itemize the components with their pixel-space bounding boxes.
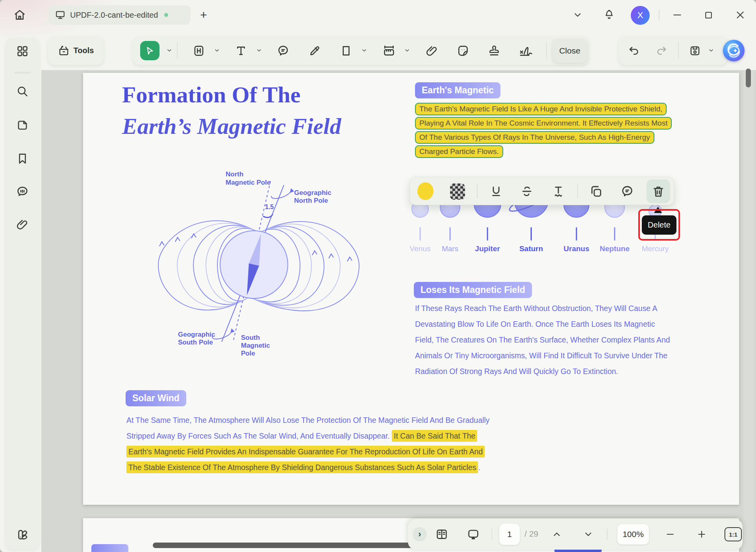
highlighted-text[interactable]: Earth's Magnetic Field Provides An Indis… — [126, 446, 485, 458]
pdf-page-1[interactable]: Formation Of The Earth’s Magnetic Field — [83, 73, 739, 505]
ai-swirl-icon — [723, 40, 745, 61]
rectangle-shape-icon — [340, 44, 352, 57]
attachment-tool-button[interactable] — [424, 43, 440, 59]
measure-tool-button[interactable] — [381, 43, 397, 59]
comment-button[interactable] — [619, 183, 636, 200]
heading-tool-icon — [193, 44, 205, 57]
highlighted-text[interactable]: The Stable Existence Of The Atmosphere B… — [126, 461, 478, 473]
undo-icon — [628, 45, 640, 57]
highlight-color-swatch[interactable] — [417, 182, 434, 200]
zoom-level-input[interactable]: 100% — [617, 524, 649, 545]
previous-page-button[interactable] — [549, 526, 565, 542]
sidebar-item-comments[interactable] — [13, 182, 32, 201]
highlighted-text-line[interactable]: The Earth's Magnetic Field Is Like A Hug… — [415, 103, 667, 115]
sticker-tool-button[interactable] — [455, 43, 471, 59]
presentation-mode-button[interactable] — [465, 526, 481, 542]
geographic-north-pole-label-2: North Pole — [294, 197, 328, 204]
stamp-tool-button[interactable] — [486, 43, 502, 59]
highlighted-annotation-selected[interactable]: The Earth's Magnetic Field Is Like A Hug… — [415, 103, 672, 158]
select-tool-button[interactable] — [140, 41, 159, 60]
context-divider — [477, 185, 478, 198]
heading-tool-button[interactable] — [191, 43, 207, 59]
zoom-out-button[interactable] — [662, 526, 678, 542]
text-tool-button[interactable] — [233, 43, 249, 59]
axis-angle-label: 1.5 — [265, 204, 274, 210]
redo-button[interactable] — [653, 43, 670, 59]
window-menu-button[interactable] — [570, 7, 586, 23]
highlighter-tool-button[interactable] — [307, 43, 323, 59]
tools-panel[interactable]: Tools — [48, 36, 104, 65]
bookmark-icon — [16, 152, 29, 165]
signature-tool-button[interactable] — [516, 43, 538, 59]
delete-annotation-button[interactable] — [647, 180, 670, 203]
document-tab[interactable]: UPDF-2.0-cant-be-edited — [48, 5, 191, 25]
expand-bar-button[interactable]: › — [413, 527, 427, 541]
paragraph-line: Earth's Magnetic Field Provides An Indis… — [126, 444, 638, 459]
save-dropdown[interactable] — [708, 47, 715, 54]
page-number-input[interactable]: 1 — [499, 524, 520, 545]
new-tab-button[interactable]: + — [196, 7, 211, 23]
squiggly-underline-button[interactable] — [550, 183, 567, 200]
copy-button[interactable] — [588, 183, 604, 200]
bottom-navigation-bar: › 1 / 29 100% 1:1 — [408, 519, 743, 550]
text-tool-dropdown[interactable] — [256, 47, 263, 54]
doc-title-line1: Formation Of The — [122, 82, 300, 108]
section-badge-loses-field: Loses Its Magnetic Field — [414, 282, 532, 298]
comment-bubble-icon — [621, 185, 634, 198]
user-avatar[interactable]: X — [631, 6, 650, 25]
maximize-button[interactable] — [700, 7, 716, 23]
vertical-scrollbar-track[interactable] — [743, 70, 754, 552]
close-edit-mode-button[interactable]: Close — [552, 39, 587, 63]
zoom-in-button[interactable] — [694, 526, 710, 542]
shape-tool-button[interactable] — [338, 43, 354, 59]
north-magnetic-pole-label-2: Magnetic Pole — [226, 179, 271, 186]
shape-tool-dropdown[interactable] — [361, 47, 368, 54]
jupiter-tick — [487, 227, 488, 241]
opacity-pattern-button[interactable] — [450, 183, 465, 200]
sticker-icon — [457, 44, 469, 57]
two-page-view-icon — [435, 528, 448, 541]
sidebar-item-search[interactable] — [13, 82, 32, 101]
sidebar-item-attachments[interactable] — [13, 215, 32, 234]
paperclip-icon — [16, 218, 29, 231]
actual-size-button[interactable]: 1:1 — [724, 527, 742, 541]
close-window-button[interactable] — [732, 7, 748, 23]
underline-icon — [489, 185, 503, 198]
magnetic-field-diagram: 1.5 North Magnetic Pole Geographic North… — [156, 165, 364, 379]
plain-text: Stripped Away By Forces Such As The Sola… — [126, 432, 392, 440]
heading-tool-dropdown[interactable] — [213, 47, 220, 54]
comment-tool-button[interactable] — [275, 43, 291, 59]
sidebar-item-apps[interactable] — [13, 42, 32, 61]
notifications-button[interactable] — [601, 7, 617, 23]
home-button[interactable] — [10, 6, 29, 24]
redo-icon — [656, 45, 667, 57]
save-icon — [689, 45, 701, 57]
vertical-scrollbar-thumb[interactable] — [746, 69, 751, 87]
measure-tool-dropdown[interactable] — [404, 47, 411, 54]
bell-icon — [604, 9, 615, 20]
toolbar-divider — [177, 42, 178, 59]
save-button[interactable] — [687, 43, 703, 59]
paragraph-line: Devastating Blow To Life On Earth. Once … — [415, 316, 683, 332]
highlighted-text-line[interactable]: Charged Particle Flows. — [415, 145, 503, 158]
paperclip-icon — [426, 44, 438, 57]
minus-icon — [665, 529, 675, 539]
north-magnetic-pole-label-1: North — [226, 170, 243, 178]
underline-button[interactable] — [488, 183, 504, 200]
sidebar-item-pages[interactable] — [13, 116, 32, 135]
strikethrough-button[interactable] — [519, 183, 535, 200]
sidebar-item-bookmarks[interactable] — [13, 149, 32, 168]
undo-button[interactable] — [626, 43, 642, 59]
highlighted-text-line[interactable]: Of The Various Types Of Rays In The Univ… — [415, 131, 654, 144]
minimize-button[interactable] — [669, 7, 685, 23]
page-layout-button[interactable] — [434, 526, 450, 542]
plus-icon — [697, 529, 707, 539]
highlighted-text-line[interactable]: Playing A Vital Role In The Cosmic Envir… — [415, 117, 672, 130]
paragraph-line: Stripped Away By Forces Such As The Sola… — [126, 428, 638, 444]
select-tool-dropdown[interactable] — [166, 47, 173, 54]
next-page-button[interactable] — [580, 526, 596, 542]
chat-bubble-icon — [16, 185, 29, 198]
sidebar-item-theme-palette[interactable] — [13, 525, 32, 544]
ai-assistant-button[interactable] — [723, 40, 745, 61]
highlighted-text[interactable]: It Can Be Said That The — [392, 430, 477, 442]
